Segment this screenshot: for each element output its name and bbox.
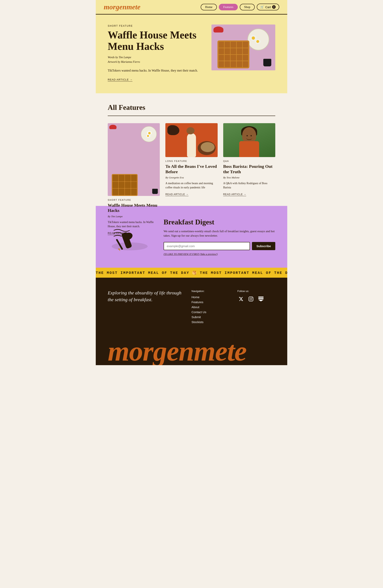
footer-nav: Navigation: Home Features About Contact … [191,290,229,325]
nav-shop[interactable]: Shop [240,4,255,10]
ticker-bar: THE MOST IMPORTANT MEAL OF THE DAY 🥞 THE… [96,268,287,278]
portrait-eye2 [250,135,252,136]
hero-illustration [211,24,275,70]
footer-link-about[interactable]: About [191,305,229,309]
mini-egg2 [146,134,150,138]
yolk1-decoration [252,37,255,40]
svg-rect-6 [258,298,264,299]
red-bowl-decoration [213,26,224,33]
hero-image [211,24,275,70]
x-icon[interactable] [237,295,245,303]
hero-byline2: Artwork by Marianna Fierro [108,60,203,64]
preview-link[interactable]: I'D LIKE TO PREVIEW IT FIRST (Take a pre… [164,252,275,256]
card1-image [108,123,160,196]
card3-read-link[interactable]: READ ARTICLE → [223,193,246,196]
footer-nav-title: Navigation: [191,290,229,293]
coffee-illustration [165,123,217,157]
card-waffle-house[interactable]: SHORT FEATURE Waffle House Meets Menu Ha… [108,123,160,196]
footer-social: Follow us: [237,290,275,325]
figure-body [187,133,196,157]
newsletter-desc: We send out a sometimes-weekly email cho… [164,229,275,238]
mini-plate [141,126,157,142]
newsletter-title: Breakfast Digest [164,218,275,226]
card2-tag: LONG FEATURE [165,160,217,162]
card2-desc: A meditation on coffee beans and morning… [165,181,217,189]
card3-title: Boss Barista: Pouring Out the Truth [223,164,275,174]
footer-social-title: Follow us: [237,290,275,293]
nav-home[interactable]: Home [201,4,217,10]
card1-title: Waffle House Meets Menu Hacks [108,203,160,213]
card3-tag: Q&A [223,160,275,162]
section-divider [108,116,275,116]
instagram-icon[interactable] [247,295,254,303]
card1-byline: By Tim Lampe [108,215,160,218]
mini-yolk2 [147,135,149,137]
footer: Exploring the absurdity of life through … [96,278,287,365]
cart-count: 0 [272,5,276,9]
newsletter-illustration [108,220,152,253]
card2-image [165,123,217,157]
dark-blob [167,125,179,135]
social-icons [237,295,275,303]
footer-link-submit[interactable]: Submit [191,315,229,319]
section-title: All Features [108,103,275,112]
svg-rect-5 [258,296,264,298]
brand-logo: morgenmete [104,3,140,11]
all-features-section: All Features [96,93,287,206]
yolk2-decoration [256,40,259,43]
card2-read-link[interactable]: READ ARTICLE → [165,193,188,196]
portrait-smile [246,138,252,140]
footer-link-contact[interactable]: Contact Us [191,310,229,314]
footer-link-stockists[interactable]: Stockists [191,320,229,324]
hero-description: TikTokers wanted menu hacks. In Waffle H… [108,68,203,73]
hand-svg [108,220,152,252]
hero-title: Waffle House Meets Menu Hacks [108,29,203,52]
card2-byline: By Georgette Eva [165,176,217,179]
ticker-text: THE MOST IMPORTANT MEAL OF THE DAY 🥞 THE… [96,271,287,275]
cards-grid: SHORT FEATURE Waffle House Meets Menu Ha… [108,123,275,196]
card3-byline: By Tess Malone [223,176,275,179]
nav-links: Home Features Shop 🛒 Cart 0 [201,4,279,10]
svg-marker-7 [258,300,264,301]
hero-byline1: Words by Tim Lampe [108,55,203,60]
substack-icon[interactable] [257,295,265,303]
egg2-decoration [255,39,261,44]
newsletter-content: Breakfast Digest We send out a sometimes… [164,218,275,256]
portrait-eye1 [247,135,248,136]
footer-link-home[interactable]: Home [191,295,229,299]
figure-head [186,127,195,134]
coffee-swirl [201,142,215,152]
card2-title: To All the Beans I've Loved Before [165,164,217,174]
footer-tagline: Exploring the absurdity of life through … [108,290,183,325]
mini-waffle [112,174,138,196]
card1-tag: SHORT FEATURE [108,199,160,201]
footer-link-features[interactable]: Features [191,300,229,304]
subscribe-button[interactable]: Subscribe [252,242,275,250]
footer-top: Exploring the absurdity of life through … [108,290,275,333]
nav-features[interactable]: Features [219,4,238,10]
newsletter-form: Subscribe [164,242,275,250]
person-head [242,127,256,143]
person-photo [223,123,275,157]
card-boss-barista[interactable]: Q&A Boss Barista: Pouring Out the Truth … [223,123,275,196]
card3-desc: A Q&A with Ashley Rodriguez of Boss Bari… [223,181,275,189]
hero-text: SHORT FEATURE Waffle House Meets Menu Ha… [108,24,203,81]
cart-icon: 🛒 [260,5,264,9]
waffle-decoration [217,41,249,68]
mini-red-bowl [109,125,116,129]
hero-read-link[interactable]: READ ARTICLE → [108,78,133,82]
nav-cart[interactable]: 🛒 Cart 0 [257,4,279,10]
cart-label: Cart [265,5,271,9]
coffee-cup-decoration [263,59,271,66]
person-body [239,141,259,157]
card3-image [223,123,275,157]
card-coffee-beans[interactable]: LONG FEATURE To All the Beans I've Loved… [165,123,217,196]
hero-byline: Words by Tim Lampe Artwork by Marianna F… [108,55,203,64]
email-input[interactable] [164,242,250,250]
hero-tag: SHORT FEATURE [108,24,203,27]
hero-section: SHORT FEATURE Waffle House Meets Menu Ha… [96,15,287,93]
navigation: morgenmete Home Features Shop 🛒 Cart 0 [96,0,287,15]
footer-logo-big: morgenmete [108,337,275,365]
plate-decoration [247,28,269,50]
mini-coffee [152,189,158,194]
